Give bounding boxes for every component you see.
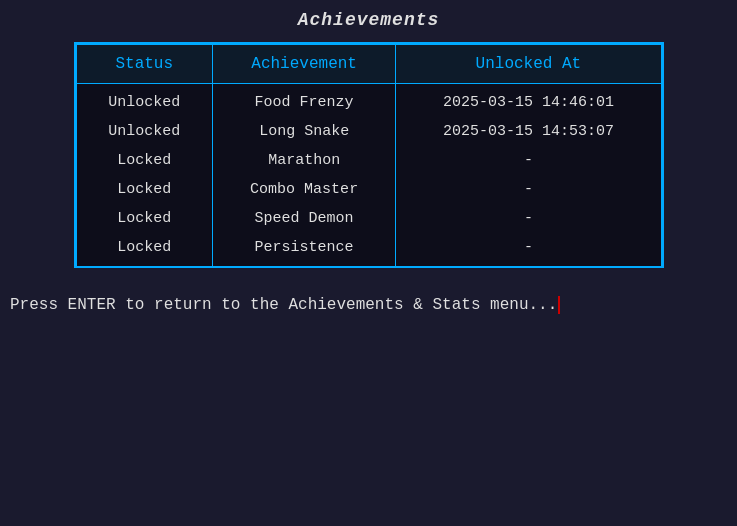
row-achievement: Combo Master bbox=[212, 175, 395, 204]
row-achievement: Persistence bbox=[212, 233, 395, 266]
row-achievement: Marathon bbox=[212, 146, 395, 175]
row-unlocked-at: - bbox=[396, 233, 661, 266]
table-row: LockedPersistence- bbox=[76, 233, 661, 266]
footer-text-content: Press ENTER to return to the Achievement… bbox=[10, 296, 557, 314]
table-row: UnlockedLong Snake2025-03-15 14:53:07 bbox=[76, 117, 661, 146]
table-row: LockedSpeed Demon- bbox=[76, 204, 661, 233]
row-achievement: Speed Demon bbox=[212, 204, 395, 233]
table-row: UnlockedFood Frenzy2025-03-15 14:46:01 bbox=[76, 84, 661, 118]
achievements-table-container: Status Achievement Unlocked At UnlockedF… bbox=[74, 42, 664, 268]
header-achievement: Achievement bbox=[212, 45, 395, 84]
row-unlocked-at: - bbox=[396, 146, 661, 175]
row-unlocked-at: - bbox=[396, 175, 661, 204]
table-row: LockedCombo Master- bbox=[76, 175, 661, 204]
page-title: Achievements bbox=[298, 10, 440, 30]
header-unlocked-at: Unlocked At bbox=[396, 45, 661, 84]
row-status: Locked bbox=[76, 146, 212, 175]
table-header-row: Status Achievement Unlocked At bbox=[76, 45, 661, 84]
row-unlocked-at: - bbox=[396, 204, 661, 233]
row-unlocked-at: 2025-03-15 14:46:01 bbox=[396, 84, 661, 118]
header-status: Status bbox=[76, 45, 212, 84]
row-status: Unlocked bbox=[76, 117, 212, 146]
row-status: Locked bbox=[76, 233, 212, 266]
table-row: LockedMarathon- bbox=[76, 146, 661, 175]
row-status: Unlocked bbox=[76, 84, 212, 118]
cursor-indicator bbox=[558, 296, 560, 314]
row-achievement: Long Snake bbox=[212, 117, 395, 146]
row-status: Locked bbox=[76, 175, 212, 204]
row-achievement: Food Frenzy bbox=[212, 84, 395, 118]
footer-message: Press ENTER to return to the Achievement… bbox=[10, 296, 560, 314]
row-status: Locked bbox=[76, 204, 212, 233]
row-unlocked-at: 2025-03-15 14:53:07 bbox=[396, 117, 661, 146]
achievements-table: Status Achievement Unlocked At UnlockedF… bbox=[76, 44, 662, 266]
